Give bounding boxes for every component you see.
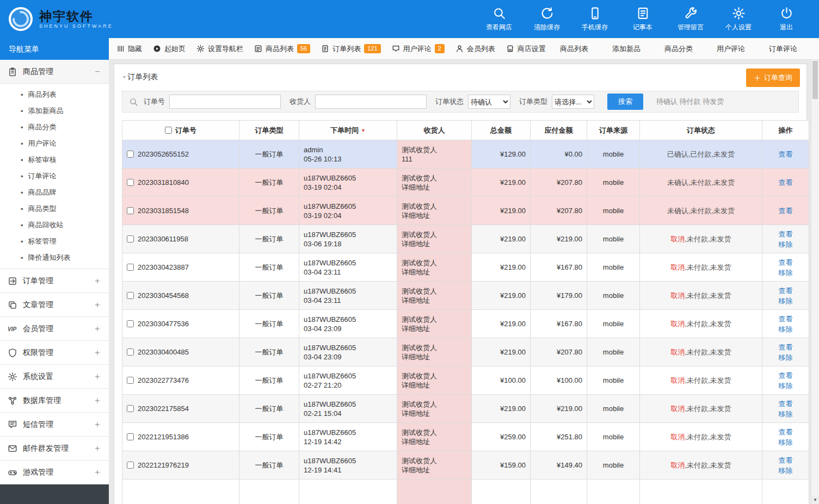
view-link[interactable]: 查看	[767, 257, 804, 267]
consignee-cell: 测试收货人 详细地址	[397, 423, 472, 451]
row-checkbox[interactable]	[127, 264, 134, 271]
row-checkbox[interactable]	[127, 179, 134, 186]
search-button[interactable]: 搜索	[607, 94, 643, 110]
order-status-select[interactable]: 待确认	[468, 95, 510, 109]
tab-link[interactable]: 订单评论	[769, 44, 797, 54]
scrollbar-thumb[interactable]	[812, 61, 818, 99]
sidebar-subitem[interactable]: 标签管理	[0, 233, 109, 250]
expand-toggle-icon[interactable]: −	[94, 67, 101, 77]
sidebar-item-mail[interactable]: 邮件群发管理+	[0, 437, 109, 461]
view-link[interactable]: 查看	[767, 399, 804, 409]
order-query-button[interactable]: 订单查询	[746, 69, 800, 87]
expand-toggle-icon[interactable]: +	[94, 444, 101, 453]
row-checkbox[interactable]	[127, 377, 134, 384]
view-link[interactable]: 查看	[767, 149, 804, 159]
tool-nav-settings[interactable]: 设置导航栏	[196, 44, 243, 54]
view-link[interactable]: 查看	[767, 314, 804, 324]
vertical-scrollbar[interactable]: ▼	[811, 60, 819, 504]
row-checkbox[interactable]	[127, 320, 134, 327]
tab-link[interactable]: 用户评论	[717, 44, 745, 54]
sidebar-subitem[interactable]: 添加新商品	[0, 103, 109, 119]
tool-hide[interactable]: 隐藏	[116, 44, 142, 54]
remove-link[interactable]: 移除	[767, 324, 804, 334]
remove-link[interactable]: 移除	[767, 239, 804, 250]
row-checkbox[interactable]	[127, 462, 134, 469]
expand-toggle-icon[interactable]: +	[94, 300, 101, 310]
sidebar-subitem[interactable]: 商品分类	[0, 119, 109, 135]
order-payable: ¥167.80	[531, 253, 587, 282]
remove-link[interactable]: 移除	[767, 465, 804, 476]
view-link[interactable]: 查看	[767, 370, 804, 381]
tab-link[interactable]: 添加新品	[612, 44, 641, 54]
remove-link[interactable]: 移除	[767, 381, 804, 391]
tab-link[interactable]: 商品列表	[560, 44, 588, 54]
remove-link[interactable]: 移除	[767, 296, 804, 306]
table-row: 2022121951386 一般订单 u187WUBZ6605 12-19 14…	[122, 423, 809, 451]
remove-link[interactable]: 移除	[767, 409, 804, 419]
expand-toggle-icon[interactable]: +	[94, 348, 101, 358]
view-link[interactable]: 查看	[767, 427, 804, 437]
tab-user-comments[interactable]: 用户评论2	[392, 44, 445, 54]
view-link[interactable]: 查看	[767, 206, 804, 216]
sidebar-item-permissions[interactable]: 权限管理+	[0, 341, 109, 365]
sidebar-item-members[interactable]: VIP会员管理+	[0, 317, 109, 341]
expand-toggle-icon[interactable]: +	[94, 396, 101, 406]
sidebar-subitem[interactable]: 商品类型	[0, 201, 109, 217]
header-action-notepad[interactable]: 记事本	[629, 7, 657, 32]
tab-shop-settings[interactable]: 商店设置	[506, 44, 546, 54]
view-link[interactable]: 查看	[767, 455, 804, 465]
row-checkbox[interactable]	[127, 235, 134, 242]
row-checkbox[interactable]	[127, 433, 134, 440]
tool-start-page[interactable]: 起始页	[153, 44, 186, 54]
tab-member-list[interactable]: 会员列表	[455, 44, 495, 54]
view-link[interactable]: 查看	[767, 342, 804, 352]
order-type-select[interactable]: 请选择...	[552, 95, 594, 109]
row-checkbox[interactable]	[127, 207, 134, 214]
consignee-input[interactable]	[315, 95, 427, 109]
view-link[interactable]: 查看	[767, 229, 804, 239]
expand-toggle-icon[interactable]: +	[94, 276, 101, 286]
header-action-personal-settings[interactable]: 个人设置	[724, 7, 753, 32]
order-status-label: 订单状态	[435, 97, 464, 107]
tab-order-list[interactable]: 订单列表121	[321, 44, 380, 54]
sidebar-subitem[interactable]: 商品列表	[0, 86, 109, 103]
select-all-checkbox[interactable]	[165, 127, 172, 134]
view-link[interactable]: 查看	[767, 177, 804, 188]
sidebar-item-sms[interactable]: 短信管理+	[0, 413, 109, 437]
sidebar-item-system[interactable]: 系统设置+	[0, 365, 109, 389]
header-action-manage-messages[interactable]: 管理留言	[676, 7, 705, 32]
tab-link[interactable]: 商品分类	[664, 44, 693, 54]
header-action-clear-cache[interactable]: 清除缓存	[533, 7, 561, 32]
row-checkbox[interactable]	[127, 349, 134, 356]
sidebar-item-games[interactable]: 游戏管理+	[0, 461, 109, 484]
sidebar-subitem[interactable]: 商品品牌	[0, 184, 109, 201]
sms-icon	[8, 420, 17, 430]
remove-link[interactable]: 移除	[767, 437, 804, 447]
tab-goods-list[interactable]: 商品列表56	[254, 44, 310, 54]
expand-toggle-icon[interactable]: +	[94, 420, 101, 430]
row-checkbox[interactable]	[127, 151, 134, 158]
sidebar-subitem[interactable]: 用户评论	[0, 135, 109, 152]
remove-link[interactable]: 移除	[767, 267, 804, 278]
sidebar-subitem[interactable]: 订单评论	[0, 168, 109, 184]
view-link[interactable]: 查看	[767, 285, 804, 296]
sidebar-item-articles[interactable]: 文章管理+	[0, 293, 109, 317]
sidebar-subitem[interactable]: 商品回收站	[0, 217, 109, 233]
sidebar-item-orders[interactable]: 订单管理+	[0, 269, 109, 293]
sidebar-subitem[interactable]: 降价通知列表	[0, 250, 109, 266]
sidebar-item-database[interactable]: 数据库管理+	[0, 389, 109, 413]
sidebar-subitem[interactable]: 标签审核	[0, 152, 109, 168]
scroll-down-arrow[interactable]: ▼	[811, 496, 819, 504]
row-checkbox[interactable]	[127, 405, 134, 412]
row-checkbox[interactable]	[127, 292, 134, 299]
expand-toggle-icon[interactable]: +	[94, 372, 101, 382]
header-action-view-shop[interactable]: 查看网店	[485, 7, 513, 32]
expand-toggle-icon[interactable]: +	[94, 468, 101, 477]
remove-link[interactable]: 移除	[767, 352, 804, 363]
header-action-mobile-cache[interactable]: 手机缓存	[581, 7, 609, 32]
expand-toggle-icon[interactable]: +	[94, 324, 101, 334]
order-no-input[interactable]	[169, 95, 281, 109]
header-action-logout[interactable]: 退出	[772, 7, 800, 32]
sidebar-item-goods[interactable]: 商品管理−	[0, 60, 109, 84]
col-order-time[interactable]: 下单时间▼	[299, 121, 397, 140]
